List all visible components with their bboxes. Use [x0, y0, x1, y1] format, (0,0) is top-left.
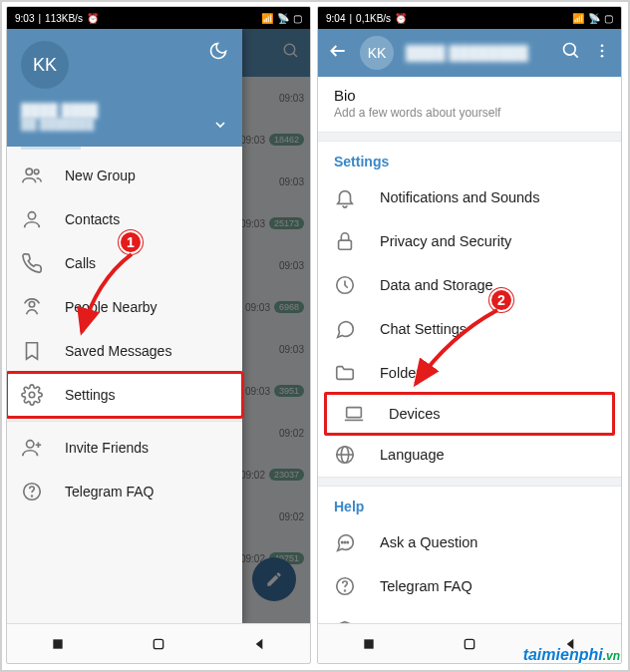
svg-point-31	[345, 590, 346, 591]
gear-icon	[21, 384, 43, 406]
item-label: Language	[380, 447, 445, 463]
item-label: Telegram FAQ	[380, 578, 472, 594]
item-faq[interactable]: Telegram FAQ	[318, 564, 621, 608]
item-devices[interactable]: Devices	[324, 392, 615, 436]
nav-label: Saved Messages	[65, 343, 171, 359]
svg-point-28	[344, 541, 345, 542]
signal-icon: 📶	[261, 13, 273, 24]
help-icon	[21, 481, 43, 503]
bookmark-icon	[21, 340, 43, 362]
status-bar: 9:04 | 0,1KB/s ⏰ 📶 📡 ▢	[318, 7, 621, 29]
recent-apps-icon[interactable]	[50, 636, 66, 652]
svg-point-3	[34, 169, 39, 174]
phone-right: 9:04 | 0,1KB/s ⏰ 📶 📡 ▢ KK ████ ████████ …	[317, 6, 622, 664]
nav-contacts[interactable]: Contacts	[7, 197, 242, 241]
item-chat-settings[interactable]: Chat Settings	[318, 307, 621, 351]
night-mode-icon[interactable]	[208, 41, 228, 65]
android-navbar	[7, 623, 310, 663]
nav-label: Contacts	[65, 211, 120, 227]
nav-calls[interactable]: Calls	[7, 241, 242, 285]
svg-rect-13	[154, 639, 162, 648]
nav-label: Settings	[65, 387, 116, 403]
add-person-icon	[21, 437, 43, 459]
home-icon[interactable]	[462, 636, 477, 652]
bio-section[interactable]: Bio Add a few words about yourself	[318, 77, 621, 132]
item-folders[interactable]: Folders	[318, 351, 621, 395]
account-phone: ██ ███████	[21, 118, 228, 130]
people-icon	[21, 165, 43, 186]
section-header-settings: Settings	[318, 142, 621, 175]
phone-left: 9:03 | 113KB/s ⏰ 📶 📡 ▢ 09:03 09:0318462 …	[6, 6, 311, 664]
item-language[interactable]: Language	[318, 433, 621, 477]
settings-appbar: KK ████ ████████	[318, 29, 621, 77]
svg-point-18	[601, 50, 604, 53]
laptop-icon	[343, 403, 365, 425]
back-arrow-icon[interactable]	[328, 41, 348, 65]
item-ask-question[interactable]: Ask a Question	[318, 520, 621, 564]
svg-point-15	[564, 44, 576, 56]
globe-icon	[334, 444, 356, 466]
item-label: Folders	[380, 365, 428, 381]
status-time: 9:04	[326, 13, 345, 24]
svg-rect-33	[465, 639, 473, 648]
nav-new-group[interactable]: New Group	[7, 154, 242, 197]
nav-saved-messages[interactable]: Saved Messages	[7, 329, 242, 373]
svg-point-6	[29, 392, 35, 398]
drawer-header: KK ████ ████ ██ ███████	[7, 29, 242, 147]
signal-icon: 📶	[572, 13, 584, 24]
item-label: Chat Settings	[380, 321, 467, 337]
status-time: 9:03	[15, 13, 34, 24]
nav-invite-friends[interactable]: Invite Friends	[7, 426, 242, 470]
more-icon[interactable]	[593, 42, 611, 64]
nav-label: People Nearby	[65, 299, 158, 315]
svg-point-29	[347, 541, 348, 542]
nav-label: Invite Friends	[65, 440, 149, 456]
svg-point-2	[26, 168, 32, 174]
svg-point-17	[601, 44, 604, 47]
item-label: Data and Storage	[380, 277, 493, 293]
svg-rect-12	[53, 639, 62, 648]
search-icon[interactable]	[561, 41, 581, 65]
item-data-storage[interactable]: Data and Storage	[318, 263, 621, 307]
item-label: Privacy and Security	[380, 233, 511, 249]
account-name: ████ ████	[21, 103, 228, 118]
phone-icon	[21, 252, 43, 274]
folder-icon	[334, 362, 356, 384]
svg-point-27	[342, 541, 343, 542]
svg-point-7	[27, 441, 34, 448]
svg-point-5	[29, 302, 35, 308]
nav-people-nearby[interactable]: People Nearby	[7, 285, 242, 329]
home-icon[interactable]	[151, 636, 166, 652]
avatar[interactable]: KK	[360, 36, 394, 70]
item-label: Ask a Question	[380, 534, 477, 550]
section-header-help: Help	[318, 487, 621, 520]
chat-dots-icon	[334, 531, 356, 553]
item-notifications[interactable]: Notifications and Sounds	[318, 175, 621, 219]
nav-settings[interactable]: Settings	[7, 373, 242, 417]
svg-line-16	[574, 54, 578, 58]
item-label: Notifications and Sounds	[380, 189, 539, 205]
bio-title: Bio	[334, 87, 605, 104]
alarm-icon: ⏰	[87, 13, 99, 24]
nav-telegram-faq[interactable]: Telegram FAQ	[7, 470, 242, 513]
status-net: 0,1KB/s	[356, 13, 391, 24]
item-privacy[interactable]: Privacy and Security	[318, 219, 621, 263]
bio-subtitle: Add a few words about yourself	[334, 106, 605, 120]
nav-label: Calls	[65, 255, 96, 271]
svg-rect-32	[364, 639, 373, 648]
status-bar: 9:03 | 113KB/s ⏰ 📶 📡 ▢	[7, 7, 310, 29]
wifi-icon: 📡	[588, 13, 600, 24]
lock-icon	[334, 230, 356, 252]
back-icon[interactable]	[251, 636, 267, 652]
nav-drawer: KK ████ ████ ██ ███████ New Group Contac…	[7, 29, 242, 625]
avatar[interactable]: KK	[21, 41, 69, 89]
wifi-icon: 📡	[277, 13, 289, 24]
svg-point-4	[28, 212, 35, 219]
recent-apps-icon[interactable]	[361, 636, 377, 652]
person-icon	[21, 208, 43, 230]
nav-label: New Group	[65, 168, 136, 183]
chat-icon	[334, 318, 356, 340]
chevron-down-icon[interactable]	[212, 117, 228, 137]
account-title: ████ ████████	[406, 45, 549, 61]
alarm-icon: ⏰	[395, 13, 407, 24]
